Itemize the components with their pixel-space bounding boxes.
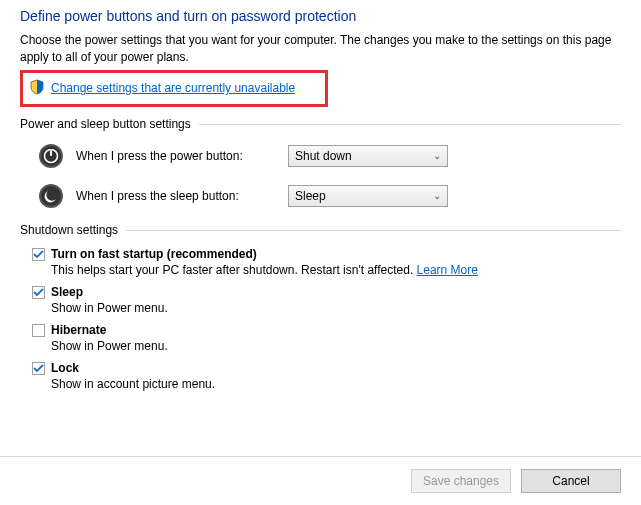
lock-checkbox[interactable]	[32, 362, 45, 375]
lock-label: Lock	[51, 361, 79, 375]
hibernate-desc: Show in Power menu.	[51, 339, 621, 353]
save-button: Save changes	[411, 469, 511, 493]
svg-point-7	[41, 186, 61, 206]
lock-desc: Show in account picture menu.	[51, 377, 621, 391]
hibernate-checkbox[interactable]	[32, 324, 45, 337]
sleep-icon	[38, 183, 64, 209]
sleep-button-select[interactable]: Sleep ⌄	[288, 185, 448, 207]
power-button-label: When I press the power button:	[76, 149, 276, 163]
sleep-button-label: When I press the sleep button:	[76, 189, 276, 203]
footer-bar: Save changes Cancel	[0, 456, 641, 505]
fast-startup-label: Turn on fast startup (recommended)	[51, 247, 257, 261]
sleep-option-label: Sleep	[51, 285, 83, 299]
chevron-down-icon: ⌄	[433, 190, 441, 201]
sleep-option-desc: Show in Power menu.	[51, 301, 621, 315]
shutdown-header: Shutdown settings	[20, 223, 621, 237]
highlight-annotation: Change settings that are currently unava…	[20, 70, 328, 107]
cancel-button[interactable]: Cancel	[521, 469, 621, 493]
page-subtitle: Choose the power settings that you want …	[20, 32, 621, 66]
change-settings-link[interactable]: Change settings that are currently unava…	[51, 81, 295, 95]
fast-startup-desc: This helps start your PC faster after sh…	[51, 263, 621, 277]
sleep-checkbox[interactable]	[32, 286, 45, 299]
learn-more-link[interactable]: Learn More	[417, 263, 478, 277]
power-sleep-header: Power and sleep button settings	[20, 117, 621, 131]
power-button-select[interactable]: Shut down ⌄	[288, 145, 448, 167]
chevron-down-icon: ⌄	[433, 150, 441, 161]
hibernate-label: Hibernate	[51, 323, 106, 337]
fast-startup-checkbox[interactable]	[32, 248, 45, 261]
shield-icon	[29, 79, 45, 98]
power-icon	[38, 143, 64, 169]
page-title: Define power buttons and turn on passwor…	[20, 8, 621, 24]
